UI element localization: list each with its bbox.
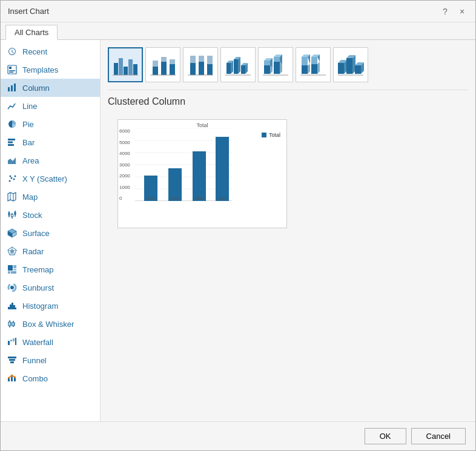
sidebar-item-xy-scatter[interactable]: X Y (Scatter) bbox=[1, 170, 100, 188]
histogram-icon bbox=[7, 300, 18, 311]
box-whisker-icon bbox=[7, 318, 18, 329]
sidebar-label-xy-scatter: X Y (Scatter) bbox=[22, 174, 67, 183]
scatter-icon bbox=[7, 173, 18, 184]
svg-rect-70 bbox=[114, 63, 118, 75]
sidebar-item-funnel[interactable]: Funnel bbox=[1, 351, 100, 369]
chart-canvas: Total 6000 5000 4000 3000 2000 1000 0 bbox=[117, 119, 287, 228]
chart-type-stacked-column[interactable] bbox=[145, 47, 180, 82]
svg-rect-77 bbox=[153, 61, 158, 67]
svg-rect-37 bbox=[13, 265, 16, 268]
cancel-button[interactable]: Cancel bbox=[411, 428, 466, 444]
chart-type-3d-stacked-column[interactable] bbox=[258, 47, 293, 82]
svg-marker-95 bbox=[238, 57, 240, 74]
svg-rect-66 bbox=[14, 378, 16, 381]
sidebar-item-stock[interactable]: Stock bbox=[1, 206, 100, 224]
y-axis-labels: 6000 5000 4000 3000 2000 1000 0 bbox=[119, 128, 130, 201]
recent-icon bbox=[7, 46, 18, 57]
sidebar-item-box-whisker[interactable]: Box & Whisker bbox=[1, 315, 100, 333]
sidebar: Recent Templates bbox=[1, 40, 101, 421]
svg-rect-72 bbox=[124, 67, 128, 75]
svg-rect-83 bbox=[190, 63, 196, 75]
svg-marker-17 bbox=[8, 193, 16, 201]
svg-rect-84 bbox=[190, 56, 196, 63]
svg-point-13 bbox=[11, 177, 13, 179]
line-icon bbox=[7, 100, 18, 111]
svg-point-16 bbox=[10, 176, 12, 177]
sidebar-item-treemap[interactable]: Treemap bbox=[1, 260, 100, 278]
svg-marker-101 bbox=[264, 61, 270, 65]
chart-type-3d-column[interactable] bbox=[333, 47, 368, 82]
sidebar-label-sunburst: Sunburst bbox=[22, 283, 54, 292]
chart-type-3d-100-stacked-column[interactable] bbox=[296, 47, 331, 82]
svg-rect-58 bbox=[10, 341, 12, 345]
close-button[interactable]: × bbox=[456, 5, 468, 18]
sidebar-item-surface[interactable]: Surface bbox=[1, 224, 100, 242]
svg-rect-86 bbox=[199, 56, 204, 62]
area-icon bbox=[7, 155, 18, 166]
svg-marker-122 bbox=[338, 63, 344, 74]
svg-rect-6 bbox=[14, 84, 16, 91]
svg-rect-71 bbox=[119, 58, 123, 75]
divider bbox=[108, 90, 468, 90]
combo-icon bbox=[7, 373, 18, 384]
footer: OK Cancel bbox=[1, 421, 475, 450]
legend-color bbox=[262, 133, 266, 137]
svg-rect-74 bbox=[133, 64, 137, 75]
svg-rect-80 bbox=[170, 64, 175, 75]
help-button[interactable]: ? bbox=[439, 5, 451, 18]
sidebar-label-funnel: Funnel bbox=[22, 356, 47, 365]
sidebar-item-histogram[interactable]: Histogram bbox=[1, 297, 100, 315]
svg-rect-5 bbox=[11, 85, 13, 91]
sidebar-item-line[interactable]: Line bbox=[1, 97, 100, 115]
chart-type-clustered-column[interactable] bbox=[108, 47, 143, 82]
sidebar-item-waterfall[interactable]: Waterfall bbox=[1, 333, 100, 351]
svg-rect-76 bbox=[153, 67, 158, 75]
pie-icon bbox=[7, 119, 18, 130]
svg-rect-87 bbox=[207, 64, 213, 75]
sidebar-item-radar[interactable]: Radar bbox=[1, 242, 100, 260]
sidebar-item-combo[interactable]: Combo bbox=[1, 369, 100, 387]
sidebar-item-area[interactable]: Area bbox=[1, 151, 100, 170]
svg-point-12 bbox=[9, 180, 11, 182]
radar-icon bbox=[7, 246, 18, 257]
sidebar-item-bar[interactable]: Bar bbox=[1, 133, 100, 151]
svg-marker-106 bbox=[274, 57, 280, 62]
svg-rect-56 bbox=[8, 341, 10, 345]
sidebar-label-map: Map bbox=[22, 193, 38, 202]
ok-button[interactable]: OK bbox=[365, 428, 406, 444]
sidebar-item-pie[interactable]: Pie bbox=[1, 115, 100, 133]
sidebar-label-recent: Recent bbox=[22, 47, 47, 56]
svg-marker-120 bbox=[317, 62, 320, 74]
chart-type-3d-clustered-column[interactable] bbox=[220, 47, 256, 82]
tabs-bar: All Charts bbox=[1, 22, 475, 40]
sunburst-icon bbox=[7, 282, 18, 293]
title-bar-buttons: ? × bbox=[439, 5, 468, 18]
svg-marker-117 bbox=[311, 57, 317, 64]
sidebar-item-column[interactable]: Column bbox=[1, 79, 100, 97]
chart-type-row bbox=[108, 47, 468, 82]
chart-type-100-stacked-column[interactable] bbox=[183, 47, 218, 82]
svg-rect-45 bbox=[12, 303, 13, 309]
sidebar-item-sunburst[interactable]: Sunburst bbox=[1, 278, 100, 297]
svg-marker-96 bbox=[241, 65, 245, 74]
sidebar-item-map[interactable]: Map bbox=[1, 188, 100, 206]
tab-all-charts[interactable]: All Charts bbox=[5, 25, 58, 40]
svg-rect-62 bbox=[9, 359, 15, 361]
svg-rect-8 bbox=[8, 139, 15, 140]
sidebar-label-combo: Combo bbox=[22, 374, 48, 383]
svg-point-41 bbox=[10, 286, 14, 289]
svg-marker-111 bbox=[302, 65, 308, 74]
svg-rect-47 bbox=[15, 308, 16, 309]
selected-chart-label: Clustered Column bbox=[108, 96, 468, 107]
svg-marker-128 bbox=[355, 65, 361, 74]
svg-rect-88 bbox=[207, 56, 213, 64]
svg-rect-23 bbox=[12, 214, 13, 217]
svg-point-69 bbox=[14, 377, 16, 378]
sidebar-item-templates[interactable]: Templates bbox=[1, 61, 100, 79]
title-bar: Insert Chart ? × bbox=[1, 1, 475, 22]
svg-point-68 bbox=[11, 375, 13, 377]
svg-rect-25 bbox=[15, 212, 16, 215]
svg-marker-93 bbox=[234, 59, 238, 74]
sidebar-item-recent[interactable]: Recent bbox=[1, 42, 100, 61]
svg-rect-43 bbox=[8, 307, 10, 309]
